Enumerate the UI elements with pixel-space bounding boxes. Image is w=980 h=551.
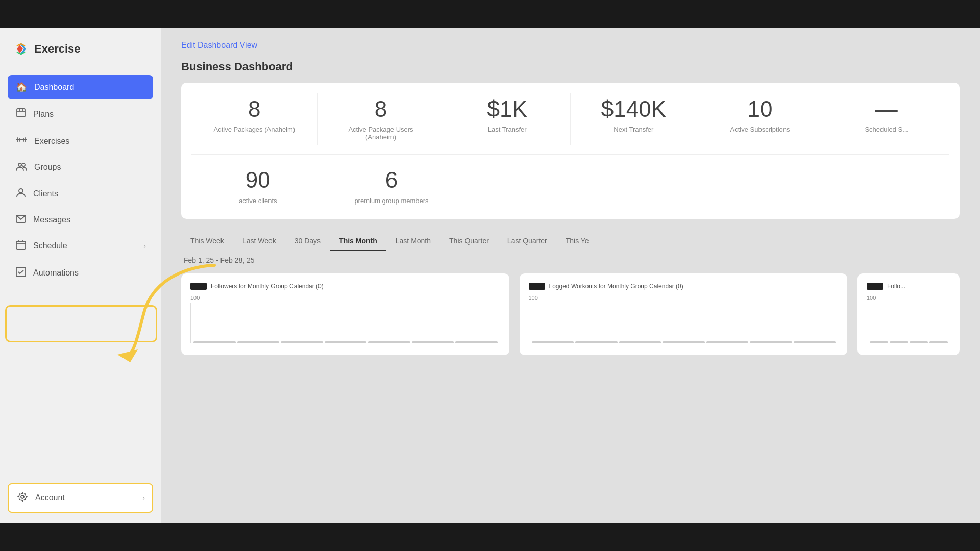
edit-dashboard-link[interactable]: Edit Dashboard View — [181, 41, 960, 50]
chart3-bars — [867, 303, 950, 343]
stat-active-packages: 8 Active Packages (Anaheim) — [191, 93, 318, 145]
account-item[interactable]: Account › — [8, 483, 153, 513]
automations-label: Automations — [33, 268, 79, 278]
chart2-legend-color — [529, 283, 545, 290]
stat-active-subscriptions: 10 Active Subscriptions — [697, 93, 824, 145]
stat-number: $1K — [449, 97, 565, 121]
sidebar-item-dashboard[interactable]: 🏠 Dashboard — [8, 75, 153, 99]
logo: Exercise — [8, 38, 153, 60]
clients-icon — [16, 188, 26, 200]
exercises-icon — [16, 135, 27, 147]
account-chevron-icon: › — [142, 494, 145, 502]
stat-next-transfer: $140K Next Transfer — [571, 93, 697, 145]
dashboard-icon: 🏠 — [16, 82, 27, 93]
stat-label: premium group members — [330, 197, 453, 205]
stat-label: Last Transfer — [449, 126, 565, 133]
chart1-bars — [190, 303, 500, 343]
schedule-icon — [16, 240, 26, 252]
tab-last-week[interactable]: Last Week — [233, 232, 285, 251]
dashboard-label: Dashboard — [34, 83, 74, 92]
app-name: Exercise — [34, 42, 81, 56]
svg-point-13 — [22, 163, 25, 166]
sidebar-item-messages[interactable]: Messages — [8, 208, 153, 232]
stat-number: $140K — [576, 97, 692, 121]
stats-card: 8 Active Packages (Anaheim) 8 Active Pac… — [181, 83, 960, 219]
account-label: Account — [35, 493, 65, 503]
sidebar-item-automations[interactable]: Automations — [8, 260, 153, 286]
plans-icon — [16, 108, 26, 120]
svg-rect-1 — [17, 109, 25, 117]
schedule-chevron-icon: › — [143, 242, 146, 250]
groups-icon — [16, 162, 27, 173]
stat-number: 10 — [702, 97, 818, 121]
chart-followers-3: Follo... 100 — [857, 273, 960, 355]
chart-logged-workouts: Logged Workouts for Monthly Group Calend… — [520, 273, 848, 355]
sidebar-item-clients[interactable]: Clients — [8, 181, 153, 207]
clients-label: Clients — [33, 189, 58, 198]
stat-label: Active Package Users(Anaheim) — [323, 126, 439, 141]
chart2-bars — [529, 303, 839, 343]
chart1-legend-color — [190, 283, 207, 290]
automations-icon — [16, 267, 26, 279]
stat-number: 90 — [197, 168, 320, 192]
stat-label: active clients — [197, 197, 320, 205]
svg-point-12 — [18, 163, 21, 166]
svg-point-14 — [19, 189, 23, 193]
stat-label: Scheduled S... — [828, 126, 944, 133]
stat-number: 8 — [197, 97, 312, 121]
chart3-legend-label: Follo... — [887, 283, 905, 290]
sidebar-item-groups[interactable]: Groups — [8, 155, 153, 180]
tab-this-year[interactable]: This Ye — [556, 232, 598, 251]
messages-label: Messages — [33, 215, 70, 224]
chart2-y-label: 100 — [529, 295, 839, 301]
sidebar-item-exercises[interactable]: Exercises — [8, 129, 153, 154]
sidebar-nav: 🏠 Dashboard Plans — [8, 75, 153, 287]
sidebar-item-plans[interactable]: Plans — [8, 101, 153, 127]
dashboard-title: Business Dashboard — [181, 60, 960, 73]
stat-label: Active Packages (Anaheim) — [197, 126, 312, 133]
chart1-y-label: 100 — [190, 295, 500, 301]
plans-label: Plans — [33, 110, 54, 119]
tab-this-quarter[interactable]: This Quarter — [440, 232, 498, 251]
charts-row: Followers for Monthly Group Calendar (0)… — [181, 273, 960, 355]
time-tabs: This Week Last Week 30 Days This Month L… — [181, 232, 960, 251]
stat-number: 6 — [330, 168, 453, 192]
stat-active-clients: 90 active clients — [191, 164, 325, 208]
stat-label: Next Transfer — [576, 126, 692, 133]
schedule-label: Schedule — [33, 241, 67, 251]
tab-this-month[interactable]: This Month — [330, 232, 386, 251]
messages-icon — [16, 215, 26, 225]
stat-premium-members: 6 premium group members — [325, 164, 458, 208]
svg-rect-16 — [16, 241, 26, 249]
chart3-y-label: 100 — [867, 295, 950, 301]
sidebar-item-schedule[interactable]: Schedule › — [8, 233, 153, 259]
chart1-legend-label: Followers for Monthly Group Calendar (0) — [211, 283, 324, 290]
groups-label: Groups — [34, 163, 61, 172]
tab-30-days[interactable]: 30 Days — [285, 232, 330, 251]
chart2-legend-label: Logged Workouts for Monthly Group Calend… — [549, 283, 683, 290]
stat-scheduled: — Scheduled S... — [823, 93, 949, 145]
chart3-legend-color — [867, 283, 883, 290]
stat-active-package-users: 8 Active Package Users(Anaheim) — [318, 93, 445, 145]
chart-followers: Followers for Monthly Group Calendar (0)… — [181, 273, 509, 355]
tab-last-month[interactable]: Last Month — [386, 232, 440, 251]
tab-this-week[interactable]: This Week — [181, 232, 233, 251]
svg-point-21 — [21, 495, 24, 498]
stat-number: 8 — [323, 97, 439, 121]
account-icon — [17, 491, 28, 505]
tab-last-quarter[interactable]: Last Quarter — [498, 232, 556, 251]
stat-last-transfer: $1K Last Transfer — [444, 93, 571, 145]
exercises-label: Exercises — [34, 137, 69, 146]
stat-label: Active Subscriptions — [702, 126, 818, 133]
stat-number: — — [828, 97, 944, 121]
logo-icon — [13, 41, 29, 57]
svg-rect-20 — [16, 267, 26, 277]
date-range: Feb 1, 25 - Feb 28, 25 — [181, 256, 960, 264]
